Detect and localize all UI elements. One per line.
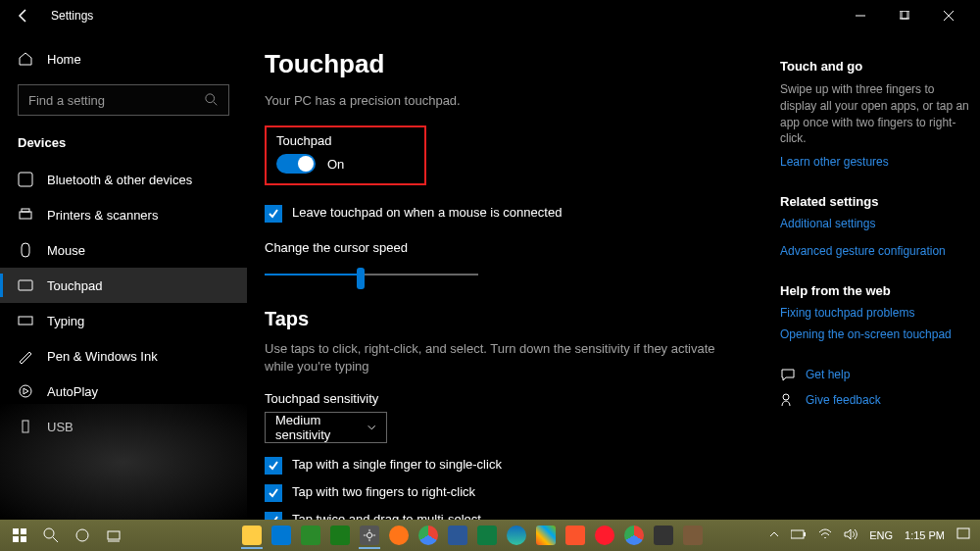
misc-app[interactable] xyxy=(678,522,708,549)
svg-rect-21 xyxy=(804,532,806,536)
explorer-app[interactable] xyxy=(237,522,267,549)
chrome-icon xyxy=(624,526,644,545)
tap-drag-checkbox[interactable] xyxy=(265,512,282,520)
tap-label: Tap twice and drag to multi-select xyxy=(292,512,481,520)
back-button[interactable] xyxy=(10,2,37,29)
nav-mouse[interactable]: Mouse xyxy=(0,232,247,268)
system-tray: ENG 1:15 PM xyxy=(763,527,976,543)
taskview-icon xyxy=(106,527,122,543)
close-button[interactable] xyxy=(926,1,970,30)
cortana-button[interactable] xyxy=(67,522,98,549)
nav-label: Typing xyxy=(47,314,84,328)
sensitivity-dropdown[interactable]: Medium sensitivity xyxy=(265,412,387,443)
opera-app[interactable] xyxy=(590,522,619,549)
touchpad-toggle[interactable] xyxy=(276,154,316,174)
excel-app[interactable] xyxy=(472,522,502,549)
firefox-app[interactable] xyxy=(384,522,414,549)
nav-pen[interactable]: Pen & Windows Ink xyxy=(0,338,247,374)
mail-app[interactable] xyxy=(267,522,296,549)
svg-rect-3 xyxy=(19,173,32,186)
slider-fill xyxy=(265,274,361,276)
svg-rect-6 xyxy=(22,243,29,257)
nav-label: AutoPlay xyxy=(47,384,98,399)
learn-gestures-link[interactable]: Learn other gestures xyxy=(780,155,974,169)
nav-printers[interactable]: Printers & scanners xyxy=(0,197,247,232)
nav-typing[interactable]: Typing xyxy=(0,303,247,338)
word-app[interactable] xyxy=(443,522,472,549)
chrome-icon xyxy=(418,526,438,545)
mail-icon xyxy=(271,526,291,545)
svg-rect-20 xyxy=(791,530,804,538)
nav-touchpad[interactable]: Touchpad xyxy=(0,268,247,303)
category-header: Devices xyxy=(0,124,247,162)
help-touchpad-link[interactable]: Fixing touchpad problems xyxy=(780,306,974,320)
office-app[interactable] xyxy=(531,522,561,549)
nav-label: Printers & scanners xyxy=(47,208,158,223)
taps-desc: Use taps to click, right-click, and sele… xyxy=(265,340,745,376)
nav-label: Mouse xyxy=(47,243,85,258)
tap-two-checkbox[interactable] xyxy=(265,484,282,502)
feedback-link[interactable]: Give feedback xyxy=(806,393,881,407)
battery-icon[interactable] xyxy=(785,529,812,541)
home-button[interactable]: Home xyxy=(0,41,247,76)
language-indicator[interactable]: ENG xyxy=(863,529,899,541)
tap-label: Tap with a single finger to single-click xyxy=(292,457,502,472)
get-help-link[interactable]: Get help xyxy=(806,368,850,381)
help-onscreen-link[interactable]: Opening the on-screen touchpad xyxy=(780,327,974,341)
cortana-icon xyxy=(74,527,90,543)
highlight-box: Touchpad On xyxy=(265,125,426,185)
brave-icon xyxy=(565,526,585,545)
settings-app[interactable] xyxy=(355,522,384,549)
gear-icon xyxy=(360,526,379,545)
cursor-speed-slider[interactable] xyxy=(265,263,478,286)
svg-point-11 xyxy=(783,394,789,400)
taskview-button[interactable] xyxy=(98,522,129,549)
notification-icon xyxy=(956,527,970,541)
additional-settings-link[interactable]: Additional settings xyxy=(780,217,974,230)
slider-thumb[interactable] xyxy=(357,268,365,289)
start-button[interactable] xyxy=(4,522,35,549)
help-heading: Help from the web xyxy=(780,283,974,298)
tap-label: Tap with two fingers to right-click xyxy=(292,484,475,499)
chrome-app[interactable] xyxy=(414,522,443,549)
calc-app[interactable] xyxy=(649,522,678,549)
nav-label: Pen & Windows Ink xyxy=(47,349,158,364)
svg-rect-18 xyxy=(108,531,120,539)
svg-point-16 xyxy=(44,528,54,538)
keyboard-icon xyxy=(18,313,33,328)
volume-icon[interactable] xyxy=(838,528,863,542)
svg-point-9 xyxy=(20,385,31,397)
tray-chevron[interactable] xyxy=(763,529,785,541)
svg-rect-5 xyxy=(22,209,29,212)
word-icon xyxy=(448,526,467,545)
svg-point-2 xyxy=(206,94,215,103)
tap-single-checkbox[interactable] xyxy=(265,457,282,475)
office-icon xyxy=(536,526,556,545)
svg-point-17 xyxy=(76,529,88,541)
printer-icon xyxy=(18,207,33,223)
nav-bluetooth[interactable]: Bluetooth & other devices xyxy=(0,162,247,197)
edge-app[interactable] xyxy=(502,522,531,549)
clock[interactable]: 1:15 PM xyxy=(899,529,951,541)
advanced-gesture-link[interactable]: Advanced gesture configuration xyxy=(780,244,974,258)
taskbar: ENG 1:15 PM xyxy=(0,520,980,551)
brave-app[interactable] xyxy=(561,522,590,549)
leave-on-label: Leave touchpad on when a mouse is connec… xyxy=(292,205,562,220)
home-label: Home xyxy=(47,52,81,67)
sensitivity-value: Medium sensitivity xyxy=(275,413,367,442)
chrome2-app[interactable] xyxy=(619,522,649,549)
store-app[interactable] xyxy=(296,522,325,549)
search-button[interactable] xyxy=(35,522,67,549)
camtasia-app[interactable] xyxy=(325,522,355,549)
notifications-button[interactable] xyxy=(951,527,976,543)
search-box[interactable] xyxy=(18,84,229,116)
opera-icon xyxy=(595,526,614,545)
maximize-button[interactable] xyxy=(882,1,926,30)
wifi-icon[interactable] xyxy=(812,528,838,542)
taps-heading: Taps xyxy=(265,308,745,330)
svg-rect-14 xyxy=(13,536,19,542)
excel-icon xyxy=(477,526,497,545)
leave-on-checkbox[interactable] xyxy=(265,205,282,223)
search-input[interactable] xyxy=(28,93,205,108)
minimize-button[interactable] xyxy=(838,1,882,30)
